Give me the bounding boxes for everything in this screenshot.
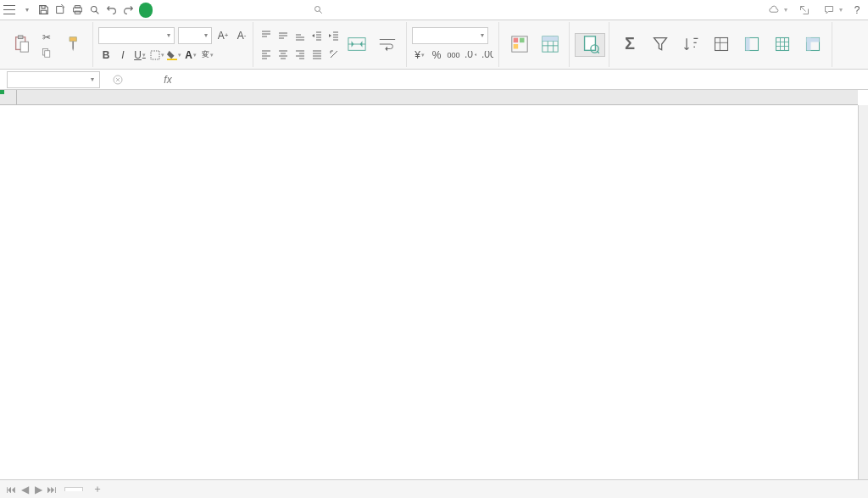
paste-button[interactable]: [7, 34, 37, 56]
cloud-icon: [769, 5, 779, 15]
sheet-nav-next-icon[interactable]: ▶: [32, 484, 44, 495]
copy-button[interactable]: [37, 46, 58, 59]
print-preview-icon[interactable]: [86, 3, 102, 18]
tab-formula[interactable]: [186, 0, 200, 20]
decrease-font-icon[interactable]: A-: [234, 28, 249, 43]
sheet-tab-1[interactable]: [64, 487, 83, 491]
svg-rect-18: [585, 36, 596, 50]
tab-insert[interactable]: [156, 0, 170, 20]
svg-rect-13: [514, 37, 519, 42]
tab-view[interactable]: [232, 0, 246, 20]
comment-button[interactable]: ▾: [819, 5, 848, 15]
tab-special[interactable]: [278, 0, 292, 20]
tab-data[interactable]: [202, 0, 215, 20]
vertical-scrollbar[interactable]: [858, 105, 868, 479]
cut-button[interactable]: ✂: [37, 31, 58, 44]
name-box-dropdown-icon[interactable]: ▾: [91, 76, 94, 83]
percent-icon[interactable]: %: [429, 48, 444, 63]
worksheet-button[interactable]: [767, 34, 798, 56]
share-button[interactable]: [794, 5, 817, 15]
format-cells-icon: [711, 34, 732, 54]
cond-format-button[interactable]: [504, 34, 535, 56]
phonetic-button[interactable]: 変▾: [200, 48, 215, 63]
cancel-formula-icon[interactable]: [110, 72, 125, 87]
hamburger-icon[interactable]: [3, 4, 15, 16]
tab-security[interactable]: [248, 0, 261, 20]
number-format-select[interactable]: ▾: [412, 27, 488, 44]
rowcol-button[interactable]: [737, 34, 767, 56]
doc-helper-button[interactable]: [575, 33, 605, 57]
help-icon[interactable]: ?: [849, 3, 865, 18]
format-painter-button[interactable]: [58, 34, 89, 56]
justify-icon[interactable]: [309, 47, 325, 62]
brush-icon: [64, 34, 84, 54]
sum-button[interactable]: Σ: [615, 34, 645, 56]
align-center-icon[interactable]: [275, 47, 291, 62]
sort-button[interactable]: [676, 34, 706, 56]
font-color-button[interactable]: A▾: [183, 48, 198, 63]
sheet-nav-prev-icon[interactable]: ◀: [19, 484, 31, 495]
search-menu[interactable]: [309, 5, 331, 15]
italic-button[interactable]: I: [115, 48, 131, 63]
svg-rect-3: [18, 35, 23, 38]
fill-color-button[interactable]: ▾: [166, 48, 181, 63]
align-left-icon[interactable]: [259, 47, 274, 62]
increase-font-icon[interactable]: A+: [215, 28, 231, 43]
bold-button[interactable]: B: [98, 48, 114, 63]
comma-icon[interactable]: 000: [446, 48, 461, 63]
decrease-decimal-icon[interactable]: .00→: [480, 48, 495, 63]
font-family-select[interactable]: ▾: [98, 27, 175, 44]
name-box[interactable]: ▾: [7, 71, 100, 88]
tab-home[interactable]: [139, 3, 153, 18]
ribbon: ✂ ▾ ▾ A+ A- B I U▾ ▾ ▾ A▾ 変▾: [0, 20, 868, 70]
wrap-text-button[interactable]: [372, 34, 403, 56]
grid-rows[interactable]: [0, 105, 858, 479]
print-icon[interactable]: [70, 3, 85, 18]
tab-layout[interactable]: [171, 0, 185, 20]
indent-increase-icon[interactable]: [326, 28, 342, 43]
save-as-icon[interactable]: [53, 3, 68, 18]
save-icon[interactable]: [36, 3, 51, 18]
underline-button[interactable]: U▾: [132, 48, 147, 63]
currency-icon[interactable]: ¥▾: [412, 48, 427, 63]
add-sheet-button[interactable]: ＋: [90, 482, 105, 497]
tab-dochelper[interactable]: [293, 0, 307, 20]
font-size-select[interactable]: ▾: [178, 27, 212, 44]
fx-icon[interactable]: fx: [159, 71, 176, 88]
svg-rect-7: [151, 51, 159, 59]
undo-icon[interactable]: [103, 3, 119, 18]
freeze-button[interactable]: [798, 34, 828, 56]
sync-button[interactable]: ▾: [764, 5, 793, 15]
align-top-icon[interactable]: [259, 28, 274, 43]
file-dropdown-icon[interactable]: ▾: [25, 6, 29, 14]
rowcol-icon: [742, 34, 762, 54]
format-button[interactable]: [706, 34, 737, 56]
border-button[interactable]: ▾: [149, 48, 164, 63]
scissors-icon: ✂: [41, 31, 53, 43]
indent-decrease-icon[interactable]: [309, 28, 325, 43]
filter-button[interactable]: [645, 34, 676, 56]
tab-review[interactable]: [217, 0, 231, 20]
formula-input[interactable]: [176, 71, 868, 88]
align-right-icon[interactable]: [292, 47, 308, 62]
table-style-icon: [540, 34, 560, 54]
align-bottom-icon[interactable]: [292, 28, 308, 43]
table-style-button[interactable]: [535, 34, 565, 56]
svg-point-0: [91, 6, 97, 12]
tab-dev[interactable]: [263, 0, 276, 20]
sheet-nav-first-icon[interactable]: ⏮: [5, 484, 17, 495]
svg-text:.00→: .00→: [481, 51, 493, 59]
merge-center-button[interactable]: [342, 34, 372, 56]
svg-rect-15: [514, 44, 519, 49]
formula-bar: ▾ fx: [0, 70, 868, 90]
redo-icon[interactable]: [120, 3, 136, 18]
orientation-icon[interactable]: [326, 47, 342, 62]
menu-bar: ▾ ▾ ▾ ?: [0, 0, 868, 20]
increase-decimal-icon[interactable]: .0←: [463, 48, 478, 63]
svg-rect-8: [167, 59, 177, 60]
column-headers[interactable]: [0, 90, 858, 105]
spreadsheet-grid[interactable]: [0, 90, 868, 479]
select-all-corner[interactable]: [0, 90, 17, 104]
sheet-nav-last-icon[interactable]: ⏭: [46, 484, 58, 495]
align-middle-icon[interactable]: [275, 28, 291, 43]
